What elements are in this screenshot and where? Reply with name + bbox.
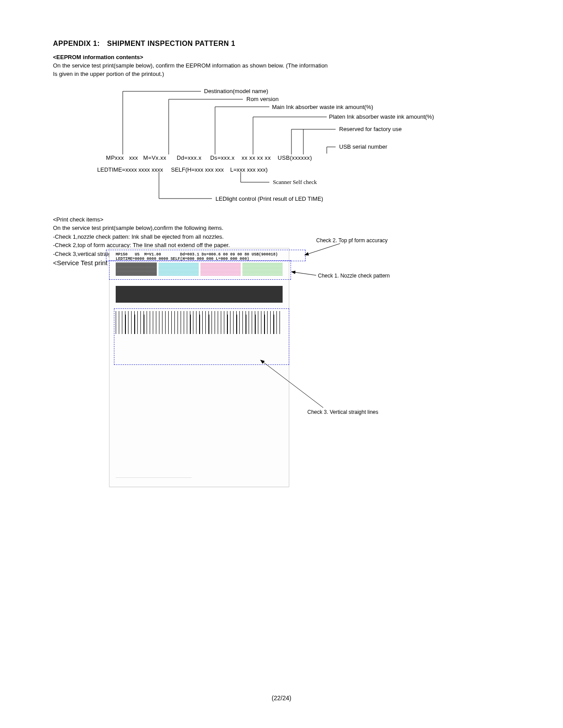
label-usb: USB serial number — [339, 143, 387, 150]
annot-check2: Check 2. Top pf form accuracy — [316, 237, 388, 244]
annot-check3: Check 3. Vertical straight lines — [307, 409, 378, 415]
annot-check1: Check 1. Nozzle check pattern — [318, 273, 390, 279]
eeprom-desc-2: Is given in the upper portion of the pri… — [53, 71, 510, 78]
eeprom-desc-1: On the service test print(sample below),… — [53, 62, 510, 70]
page-number: (22/24) — [0, 694, 563, 702]
eeprom-diagram: Destination(model name) Rom version Main… — [106, 86, 468, 210]
page: APPENDIX 1: SHIPMENT INSPECTION PATTERN … — [0, 0, 563, 728]
sample-footer — [116, 477, 192, 480]
label-rom: Rom version — [246, 96, 279, 102]
service-test-print-sample: MP150 US M=V1.00 Dd=003.1 Ds=000.6 00 09… — [109, 248, 289, 487]
solid-black-bar — [116, 286, 283, 303]
eeprom-heading: <EEPROM information contents> — [53, 54, 510, 61]
appendix-title: APPENDIX 1: SHIPMENT INSPECTION PATTERN … — [53, 40, 510, 48]
print-check-heading: <Print check items> — [53, 216, 510, 224]
label-reserved: Reserved for factory use — [339, 126, 402, 132]
label-led: LEDlight control (Print result of LED TI… — [215, 195, 323, 202]
label-main-ink: Main Ink absorber waste ink amount(%) — [272, 104, 373, 110]
print-check-l1: On the service test print(sample below),… — [53, 224, 510, 232]
eeprom-row-2: LEDTIME=xxxx xxxx xxxx SELF(H=xxx xxx xx… — [97, 166, 268, 173]
label-destination: Destination(model name) — [204, 88, 268, 94]
highlight-box-vlines — [114, 308, 289, 365]
label-platen-ink: Platen Ink absorber waste ink amount(%) — [329, 113, 434, 120]
highlight-box-nozzle — [109, 260, 291, 280]
print-check-l2: -Check 1,nozzle check patten: Ink shall … — [53, 233, 510, 241]
highlight-box-top — [106, 250, 306, 261]
svg-line-1 — [291, 272, 316, 275]
label-scanner: Scanner Self check — [273, 179, 317, 186]
eeprom-row-1: MPxxx xxx M=Vx.xx Dd=xxx.x Ds=xxx.x xx x… — [106, 154, 312, 161]
